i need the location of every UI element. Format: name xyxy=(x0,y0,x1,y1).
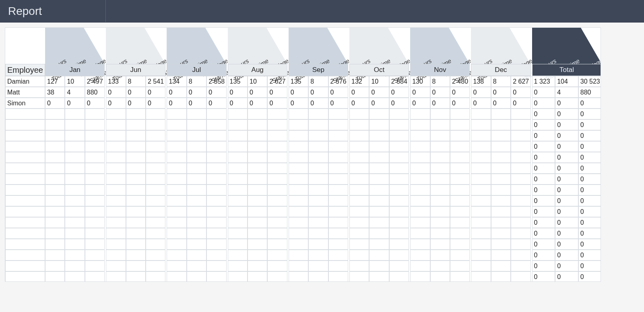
cell[interactable] xyxy=(85,174,105,185)
cell[interactable] xyxy=(228,163,248,174)
cell[interactable] xyxy=(389,228,409,239)
cell[interactable] xyxy=(267,250,287,261)
cell[interactable] xyxy=(410,261,430,271)
cell[interactable] xyxy=(65,206,85,217)
cell[interactable]: 38 xyxy=(45,87,65,98)
cell[interactable] xyxy=(45,174,65,185)
cell[interactable] xyxy=(511,163,530,174)
cell[interactable] xyxy=(65,217,85,228)
cell[interactable] xyxy=(328,119,348,130)
cell-total[interactable]: 0 xyxy=(532,250,555,261)
cell[interactable]: 0 xyxy=(146,98,165,109)
cell[interactable] xyxy=(308,163,328,174)
cell[interactable] xyxy=(85,261,105,271)
cell[interactable] xyxy=(206,228,226,239)
cell[interactable] xyxy=(328,163,348,174)
cell[interactable] xyxy=(206,141,226,152)
cell[interactable]: 130 xyxy=(410,76,430,87)
cell[interactable] xyxy=(267,152,287,163)
cell[interactable]: 0 xyxy=(511,98,530,109)
cell[interactable] xyxy=(289,163,308,174)
cell-total[interactable]: 0 xyxy=(532,185,555,195)
cell[interactable]: 0 xyxy=(248,98,267,109)
cell[interactable] xyxy=(410,239,430,250)
cell[interactable]: 0 xyxy=(369,87,389,98)
cell[interactable] xyxy=(369,239,389,250)
cell[interactable]: 0 xyxy=(126,98,146,109)
cell[interactable] xyxy=(206,152,226,163)
cell[interactable] xyxy=(389,109,409,119)
cell[interactable] xyxy=(450,174,470,185)
cell[interactable]: 0 xyxy=(289,98,308,109)
cell[interactable] xyxy=(248,239,267,250)
cell[interactable] xyxy=(106,141,126,152)
cell[interactable] xyxy=(349,174,369,185)
cell[interactable] xyxy=(491,109,511,119)
cell[interactable] xyxy=(126,119,146,130)
cell-total[interactable]: 0 xyxy=(532,141,555,152)
cell[interactable] xyxy=(308,119,328,130)
cell[interactable] xyxy=(146,119,165,130)
cell[interactable] xyxy=(410,217,430,228)
cell-total[interactable]: 0 xyxy=(555,98,578,109)
cell[interactable] xyxy=(328,152,348,163)
cell[interactable] xyxy=(369,109,389,119)
cell[interactable] xyxy=(511,141,530,152)
cell[interactable] xyxy=(430,141,450,152)
cell[interactable] xyxy=(450,109,470,119)
cell[interactable] xyxy=(45,130,65,141)
cell[interactable] xyxy=(65,261,85,271)
cell[interactable]: 0 xyxy=(471,98,491,109)
cell[interactable]: 0 xyxy=(430,87,450,98)
cell-total[interactable]: 0 xyxy=(578,206,601,217)
cell[interactable] xyxy=(289,185,308,195)
cell-employee-name[interactable] xyxy=(5,163,45,174)
cell[interactable] xyxy=(248,130,267,141)
cell-total[interactable]: 0 xyxy=(555,195,578,206)
cell[interactable] xyxy=(450,206,470,217)
cell-total[interactable]: 4 xyxy=(555,87,578,98)
cell[interactable] xyxy=(248,217,267,228)
cell[interactable] xyxy=(289,152,308,163)
cell-total[interactable]: 0 xyxy=(532,195,555,206)
cell[interactable] xyxy=(511,185,530,195)
cell[interactable] xyxy=(146,130,165,141)
cell[interactable] xyxy=(187,109,206,119)
cell[interactable] xyxy=(491,152,511,163)
cell-employee-name[interactable] xyxy=(5,206,45,217)
cell[interactable] xyxy=(187,130,206,141)
cell[interactable]: 10 xyxy=(369,76,389,87)
cell[interactable] xyxy=(308,228,328,239)
cell[interactable] xyxy=(248,119,267,130)
cell-employee-name[interactable] xyxy=(5,185,45,195)
cell[interactable] xyxy=(106,119,126,130)
cell[interactable] xyxy=(267,271,287,282)
cell[interactable] xyxy=(228,261,248,271)
cell[interactable] xyxy=(289,228,308,239)
cell[interactable] xyxy=(228,174,248,185)
cell[interactable] xyxy=(126,217,146,228)
cell[interactable] xyxy=(450,217,470,228)
cell[interactable] xyxy=(471,185,491,195)
cell[interactable] xyxy=(65,130,85,141)
cell[interactable] xyxy=(267,239,287,250)
cell[interactable] xyxy=(146,261,165,271)
cell[interactable] xyxy=(106,271,126,282)
cell[interactable]: 0 xyxy=(187,87,206,98)
cell[interactable] xyxy=(450,271,470,282)
cell[interactable]: 0 xyxy=(511,87,530,98)
cell[interactable] xyxy=(491,261,511,271)
cell[interactable]: 10 xyxy=(65,76,85,87)
cell[interactable]: 2 497 xyxy=(85,76,105,87)
cell-total[interactable]: 0 xyxy=(532,228,555,239)
cell[interactable]: 0 xyxy=(167,87,186,98)
cell[interactable] xyxy=(228,152,248,163)
cell[interactable] xyxy=(349,206,369,217)
cell[interactable]: 0 xyxy=(308,98,328,109)
cell[interactable] xyxy=(349,228,369,239)
cell[interactable] xyxy=(308,250,328,261)
cell[interactable] xyxy=(471,271,491,282)
cell[interactable] xyxy=(430,261,450,271)
cell[interactable] xyxy=(267,109,287,119)
cell[interactable] xyxy=(146,109,165,119)
